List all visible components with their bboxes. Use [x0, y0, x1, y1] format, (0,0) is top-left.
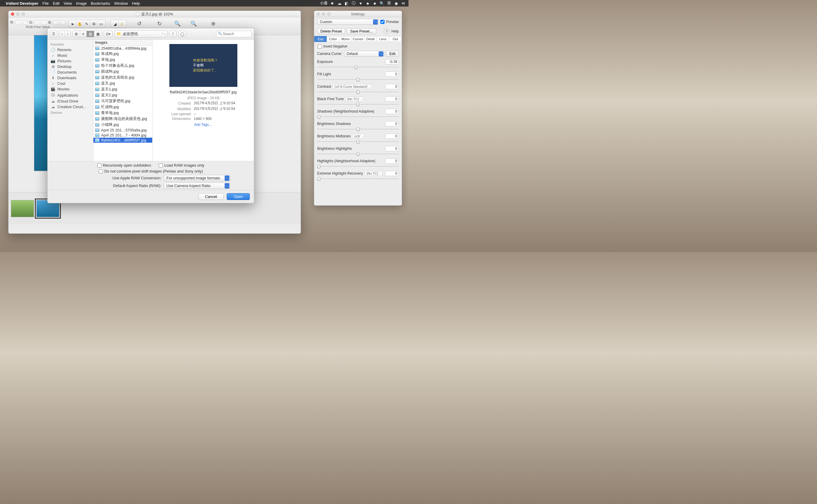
- notif-icon[interactable]: ♣: [372, 1, 377, 6]
- menu-file[interactable]: File: [43, 1, 49, 6]
- slider-thumb[interactable]: [317, 177, 320, 181]
- open-button[interactable]: Open: [227, 193, 250, 200]
- slider-thumb[interactable]: [317, 115, 320, 119]
- gallery-view-icon[interactable]: ▦: [94, 31, 102, 37]
- file-item[interactable]: 蓝天2.jpg: [93, 92, 152, 98]
- view-mode-segment[interactable]: ⊞ ≡ ▥ ▦: [72, 31, 102, 37]
- file-item[interactable]: April 25 201…7 - 400H.jpg: [93, 133, 152, 138]
- file-item[interactable]: 草地.jpg: [93, 57, 152, 63]
- recursive-checkbox[interactable]: Recursively open subfolders: [97, 163, 151, 168]
- file-item[interactable]: 蓝天1.jpg: [93, 86, 152, 92]
- control-slider[interactable]: [317, 77, 399, 82]
- control-value[interactable]: 0: [385, 84, 399, 89]
- sidebar-item-desktop[interactable]: 🖥Desktop: [48, 64, 93, 69]
- tab-color[interactable]: Color: [326, 36, 339, 42]
- slider-thumb[interactable]: [356, 90, 359, 94]
- save-preset-button[interactable]: Save Preset…: [347, 28, 376, 34]
- control-mode-select[interactable]: (No TC)⌃⌄: [345, 97, 363, 101]
- forward-icon[interactable]: ›: [65, 31, 70, 37]
- slider-thumb[interactable]: [356, 140, 359, 144]
- control-slider[interactable]: [317, 152, 399, 156]
- app-name[interactable]: Iridient Developer: [6, 1, 38, 6]
- file-item[interactable]: 给个对象会死么.jpg: [93, 63, 152, 69]
- siri-icon[interactable]: ◉: [394, 1, 398, 6]
- eyedropper-tool-icon[interactable]: ✎: [83, 21, 90, 27]
- control-value[interactable]: 0: [385, 158, 399, 164]
- preview-checkbox[interactable]: Preview: [380, 20, 399, 24]
- file-item[interactable]: 蓝天.jpg: [93, 80, 152, 86]
- help-icon[interactable]: ?: [384, 28, 389, 34]
- control-slider[interactable]: [317, 139, 399, 144]
- thumbnail-1[interactable]: [11, 200, 34, 217]
- control-value[interactable]: -0.39: [385, 59, 399, 64]
- control-slider[interactable]: [317, 164, 399, 168]
- icon-view-icon[interactable]: ⊞: [73, 31, 80, 37]
- tab-mono[interactable]: Mono: [339, 36, 351, 42]
- menu-window[interactable]: Window: [114, 1, 128, 6]
- control-mode-select[interactable]: (v3 S-Curve Standard)⌃⌄: [333, 84, 371, 89]
- file-item[interactable]: 困成狗.jpg: [93, 69, 152, 74]
- sidebar-item-downloads[interactable]: ⬇Downloads: [48, 75, 93, 81]
- control-mode-select[interactable]: (v3)⌃⌄: [352, 134, 364, 139]
- meter-tool-icon[interactable]: ▭: [98, 21, 105, 27]
- tab-curves[interactable]: Curves: [351, 36, 364, 42]
- file-item[interactable]: 小猫咪.jpg: [93, 122, 152, 128]
- control-slider[interactable]: [317, 177, 399, 181]
- control-slider[interactable]: [317, 127, 399, 131]
- delete-preset-button[interactable]: Delete Preset: [317, 28, 345, 34]
- cancel-button[interactable]: Cancel: [198, 193, 224, 200]
- sidebar-item-recents[interactable]: 🕑Recents: [48, 47, 93, 53]
- pointer-tool-icon[interactable]: ➤: [69, 21, 76, 27]
- folder-dropdown[interactable]: 📁 桌面壁纸 ⌃⌄: [114, 30, 168, 38]
- back-icon[interactable]: ‹: [59, 31, 65, 37]
- box-icon[interactable]: ◧: [344, 1, 349, 6]
- file-item[interactable]: 摄图网-海边的美丽景色.jpg: [93, 116, 152, 122]
- sidebar-item-pictures[interactable]: 📷Pictures: [48, 58, 93, 64]
- sidebar-item-movies[interactable]: 🎬Movies: [48, 86, 93, 92]
- control-slider[interactable]: [317, 115, 399, 119]
- toggle-sidebar-button[interactable]: ☰: [50, 31, 57, 37]
- file-item[interactable]: 忙成狗.jpg: [93, 104, 152, 110]
- slider-thumb[interactable]: [356, 128, 359, 131]
- control-value[interactable]: 0: [385, 146, 399, 151]
- slider-thumb[interactable]: [317, 165, 320, 168]
- control-value[interactable]: 0: [385, 109, 399, 114]
- sidebar-item-creative-cloud-[interactable]: ☁Creative Cloud...: [48, 104, 93, 110]
- info-icon[interactable]: ⓘ: [351, 1, 356, 6]
- search-icon[interactable]: 🔍: [379, 1, 384, 6]
- control-slider[interactable]: [317, 65, 399, 69]
- control-value[interactable]: 0: [385, 134, 399, 139]
- control-slider[interactable]: [317, 102, 399, 106]
- control-mode-select[interactable]: (No TC)⌃⌄: [365, 171, 382, 176]
- settings-tabs[interactable]: ExpColorMonoCurvesDetailLensOut: [314, 36, 402, 42]
- help-label[interactable]: Help: [391, 29, 399, 33]
- file-item[interactable]: April 25 201…5705a9a.jpg: [93, 128, 152, 133]
- tab-lens[interactable]: Lens: [376, 36, 389, 42]
- menu-image[interactable]: Image: [76, 1, 87, 6]
- user-name[interactable]: 小通: [320, 1, 327, 6]
- invert-negative-checkbox[interactable]: Invert Negative: [317, 43, 399, 50]
- file-item[interactable]: ffa69d24f1f…d89ff55f7.jpg: [93, 138, 152, 143]
- bell-icon[interactable]: ♣: [365, 1, 370, 6]
- hand-tool-icon[interactable]: ✋: [76, 21, 83, 27]
- file-list[interactable]: Images 2548f01dba…43f0f44a.jpg笨成狗.jpg草地.…: [93, 40, 152, 161]
- sidebar-item-documents[interactable]: 📄Documents: [48, 69, 93, 75]
- nav-back-forward[interactable]: ‹›: [59, 31, 71, 37]
- menu-view[interactable]: View: [64, 1, 72, 6]
- file-item[interactable]: 马可菠萝壁纸.jpg: [93, 98, 152, 104]
- edit-curve-button[interactable]: Edit: [386, 51, 399, 57]
- file-item[interactable]: 2548f01dba…43f0f44a.jpg: [93, 46, 152, 51]
- preset-select[interactable]: Custom⌃⌄: [317, 19, 378, 25]
- add-tags-link[interactable]: Add Tags…: [194, 123, 212, 127]
- tab-detail[interactable]: Detail: [364, 36, 376, 42]
- file-item[interactable]: 蓝色的文具组合.jpg: [93, 74, 152, 80]
- menu-edit[interactable]: Edit: [53, 1, 59, 6]
- camera-curve-select[interactable]: Default⌃⌄: [344, 51, 384, 57]
- slider-thumb[interactable]: [356, 103, 359, 106]
- cloud-icon[interactable]: ☁: [337, 1, 342, 6]
- slider-thumb[interactable]: [356, 152, 359, 156]
- control-slider[interactable]: [317, 90, 399, 94]
- share-button[interactable]: ⤴: [169, 31, 176, 37]
- tags-button[interactable]: ◯: [178, 31, 186, 37]
- control-value[interactable]: 0: [385, 71, 399, 77]
